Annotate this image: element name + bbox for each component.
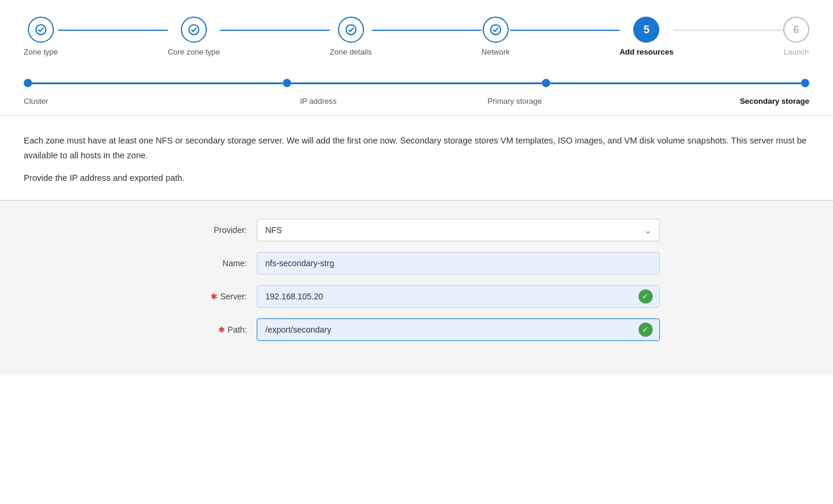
path-required-star: ✱ [218, 325, 225, 334]
step-label-add-resources: Add resources [620, 47, 674, 56]
server-valid-icon: ✓ [639, 289, 653, 304]
sub-step-line-1 [32, 82, 283, 84]
description-para2: Provide the IP address and exported path… [24, 171, 809, 186]
sub-step-dot-cluster [24, 79, 32, 87]
description-para1: Each zone must have at least one NFS or … [24, 133, 809, 162]
sub-step-dot-ip [283, 79, 291, 87]
step-circle-launch: 6 [783, 17, 809, 43]
description-section: Each zone must have at least one NFS or … [0, 116, 833, 200]
connector-3 [372, 30, 481, 31]
step-circle-zone-details [338, 17, 364, 43]
step-label-core-zone-type: Core zone type [168, 47, 220, 56]
form-row-name: Name: [174, 252, 660, 275]
connector-4 [510, 30, 620, 31]
step-core-zone-type[interactable]: Core zone type [168, 17, 220, 56]
form-row-path: ✱Path: ✓ [174, 318, 660, 341]
step-add-resources[interactable]: 5 Add resources [620, 17, 674, 56]
step-label-launch: Launch [784, 47, 809, 56]
server-label: ✱Server: [174, 292, 257, 301]
form-section: Provider: NFS SMB S3 ⌄ Name: ✱Server: ✓ … [0, 200, 833, 375]
provider-wrapper: NFS SMB S3 ⌄ [257, 219, 660, 241]
connector-5 [674, 30, 783, 31]
sub-step-line-3 [550, 82, 801, 84]
step-label-zone-type: Zone type [24, 47, 58, 56]
path-input[interactable] [257, 318, 660, 341]
step-zone-type[interactable]: Zone type [24, 17, 58, 56]
connector-1 [58, 30, 168, 31]
sub-step-dot-secondary [801, 79, 809, 87]
sub-step-label-primary: Primary storage [417, 97, 613, 106]
provider-label: Provider: [174, 225, 257, 235]
sub-step-label-ip: IP address [220, 97, 416, 106]
server-wrapper: ✓ [257, 285, 660, 308]
step-circle-add-resources: 5 [633, 17, 659, 43]
step-circle-zone-type [28, 17, 54, 43]
step-network[interactable]: Network [481, 17, 510, 56]
path-label: ✱Path: [174, 325, 257, 334]
step-circle-network [483, 17, 509, 43]
sub-step-labels: Cluster IP address Primary storage Secon… [0, 93, 833, 115]
sub-steps-bar [0, 67, 833, 93]
form-row-provider: Provider: NFS SMB S3 ⌄ [174, 219, 660, 241]
form-row-server: ✱Server: ✓ [174, 285, 660, 308]
server-input[interactable] [257, 285, 660, 308]
sub-step-label-cluster: Cluster [24, 97, 220, 106]
step-launch[interactable]: 6 Launch [783, 17, 809, 56]
step-label-zone-details: Zone details [330, 47, 372, 56]
sub-step-label-secondary: Secondary storage [613, 97, 809, 106]
path-wrapper: ✓ [257, 318, 660, 341]
wizard-steps: Zone type Core zone type Zone details [0, 0, 833, 67]
sub-step-line-2 [291, 82, 542, 84]
step-zone-details[interactable]: Zone details [330, 17, 372, 56]
name-input[interactable] [257, 252, 660, 275]
connector-2 [220, 30, 330, 31]
provider-select[interactable]: NFS SMB S3 [257, 219, 660, 241]
sub-step-dot-primary [542, 79, 550, 87]
step-label-network: Network [481, 47, 510, 56]
name-label: Name: [174, 259, 257, 268]
path-valid-icon: ✓ [639, 323, 653, 337]
name-wrapper [257, 252, 660, 275]
step-circle-core-zone-type [181, 17, 207, 43]
server-required-star: ✱ [210, 292, 218, 301]
